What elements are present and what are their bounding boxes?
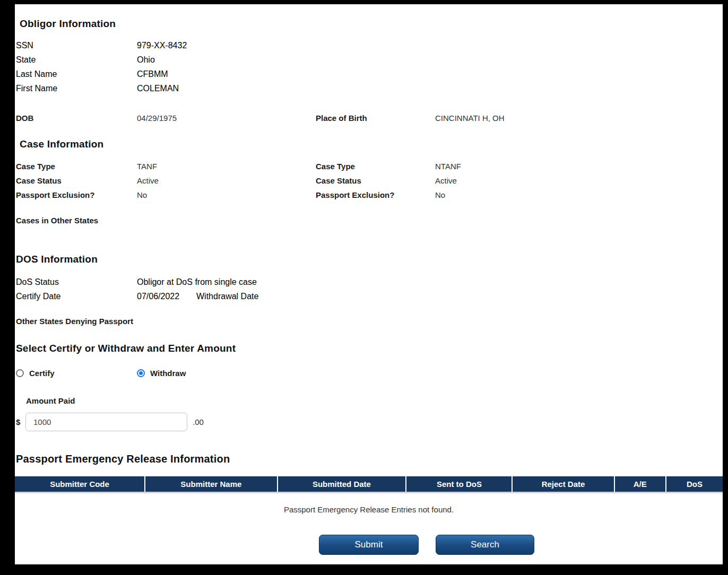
- certify-withdraw-radio-group: Certify Withdraw: [15, 366, 723, 380]
- dos-status-row: DoS Status Obligor at DoS from single ca…: [15, 275, 723, 289]
- column-header-submitted-date: Submitted Date: [277, 476, 406, 492]
- case-type-left-value: TANF: [137, 162, 316, 171]
- cents-suffix-label: .00: [193, 417, 204, 426]
- case-type-right-value: NTANF: [435, 162, 723, 171]
- withdraw-radio-label: Withdraw: [150, 369, 186, 378]
- case-status-right-value: Active: [435, 176, 723, 185]
- passport-exclusion-right-label: Passport Exclusion?: [316, 190, 435, 199]
- amount-paid-input[interactable]: [25, 413, 187, 431]
- column-header-ae: A/E: [614, 476, 665, 492]
- case-status-right-label: Case Status: [316, 176, 435, 185]
- withdrawal-date-label: Withdrawal Date: [196, 292, 723, 301]
- action-button-row: Submit Search: [15, 535, 723, 555]
- case-row-type: Case Type TANF Case Type NTANF: [15, 159, 723, 173]
- dob-row: DOB 04/29/1975 Place of Birth CINCINNATI…: [15, 111, 723, 125]
- field-row-state: State Ohio: [15, 53, 723, 67]
- passport-exclusion-right-value: No: [435, 190, 723, 199]
- dos-status-label: DoS Status: [16, 277, 137, 287]
- passport-emergency-release-heading: Passport Emergency Release Information: [16, 453, 230, 465]
- first-name-label: First Name: [16, 84, 137, 93]
- withdraw-radio-option[interactable]: Withdraw: [137, 368, 186, 378]
- case-status-left-value: Active: [137, 176, 316, 185]
- emergency-release-table-header: Submitter Code Submitter Name Submitted …: [15, 476, 723, 493]
- field-row-first-name: First Name COLEMAN: [15, 81, 723, 95]
- certify-date-label: Certify Date: [16, 292, 137, 301]
- last-name-value: CFBMM: [137, 69, 723, 79]
- withdraw-radio[interactable]: [137, 369, 145, 377]
- obligor-information-heading: Obligor Information: [20, 18, 116, 30]
- dollar-sign-label: $: [16, 417, 20, 426]
- amount-paid-label: Amount Paid: [26, 396, 75, 405]
- field-row-last-name: Last Name CFBMM: [15, 67, 723, 81]
- dob-value: 04/29/1975: [137, 114, 316, 123]
- ssn-value: 979-XX-8432: [137, 41, 723, 50]
- other-states-denying-passport-label: Other States Denying Passport: [16, 317, 133, 326]
- column-header-sent-to-dos: Sent to DoS: [405, 476, 512, 492]
- case-row-passport-exclusion: Passport Exclusion? No Passport Exclusio…: [15, 188, 723, 202]
- case-rows: Case Type TANF Case Type NTANF Case Stat…: [15, 159, 723, 202]
- emergency-release-empty-message: Passport Emergency Release Entries not f…: [15, 505, 723, 514]
- dos-information-heading: DOS Information: [16, 254, 98, 265]
- column-header-submitter-name: Submitter Name: [144, 476, 276, 492]
- cases-in-other-states-label: Cases in Other States: [16, 216, 98, 225]
- place-of-birth-value: CINCINNATI H, OH: [435, 114, 723, 123]
- certify-date-value: 07/06/2022: [137, 292, 196, 301]
- last-name-label: Last Name: [16, 69, 137, 79]
- state-value: Ohio: [137, 55, 723, 65]
- certify-radio[interactable]: [16, 369, 24, 377]
- certify-radio-option[interactable]: Certify: [16, 368, 55, 378]
- submit-button[interactable]: Submit: [319, 535, 419, 555]
- case-information-heading: Case Information: [20, 138, 103, 150]
- case-status-left-label: Case Status: [16, 176, 137, 185]
- case-type-right-label: Case Type: [316, 162, 435, 171]
- case-type-left-label: Case Type: [16, 162, 137, 171]
- column-header-dos: DoS: [665, 476, 723, 492]
- amount-row: $ .00: [15, 413, 723, 432]
- certify-radio-label: Certify: [29, 369, 55, 378]
- certify-date-row: Certify Date 07/06/2022 Withdrawal Date: [15, 289, 723, 303]
- certify-withdraw-heading: Select Certify or Withdraw and Enter Amo…: [16, 343, 236, 354]
- obligor-fields: SSN 979-XX-8432 State Ohio Last Name CFB…: [15, 38, 723, 95]
- dos-rows: DoS Status Obligor at DoS from single ca…: [15, 275, 723, 303]
- passport-exclusion-left-label: Passport Exclusion?: [16, 190, 137, 199]
- dob-label: DOB: [16, 114, 137, 123]
- column-header-reject-date: Reject Date: [512, 476, 613, 492]
- ssn-label: SSN: [16, 41, 137, 50]
- page-content: Obligor Information SSN 979-XX-8432 Stat…: [15, 4, 723, 564]
- state-label: State: [16, 55, 137, 65]
- first-name-value: COLEMAN: [137, 84, 723, 93]
- case-row-status: Case Status Active Case Status Active: [15, 173, 723, 188]
- dos-status-value: Obligor at DoS from single case: [137, 277, 723, 287]
- field-row-ssn: SSN 979-XX-8432: [15, 38, 723, 53]
- column-header-submitter-code: Submitter Code: [15, 476, 144, 492]
- passport-exclusion-left-value: No: [137, 190, 316, 199]
- search-button[interactable]: Search: [436, 535, 534, 555]
- place-of-birth-label: Place of Birth: [316, 114, 435, 123]
